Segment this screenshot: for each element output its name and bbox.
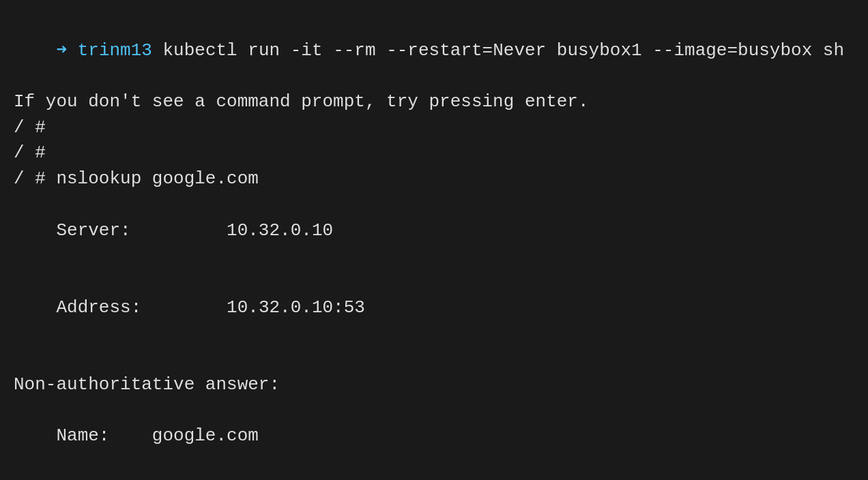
command-line: ➜ trinm13 kubectl run -it --rm --restart… [14, 12, 854, 89]
prompt-icon: ➜ [56, 40, 67, 61]
nslookup-command: / # nslookup google.com [14, 166, 854, 192]
info-line: If you don't see a command prompt, try p… [14, 89, 854, 115]
prompt-user: trinm13 [67, 40, 152, 61]
name-value-1: google.com [109, 425, 258, 446]
address-line-2: Address: 2404:6800:4005:80b::200e [14, 475, 854, 480]
non-auth-header-1: Non-authoritative answer: [14, 372, 854, 398]
prompt-command: kubectl run -it --rm --restart=Never bus… [152, 40, 844, 61]
shell-prompt-2: / # [14, 140, 854, 166]
server-line: Server: 10.32.0.10 [14, 192, 854, 269]
terminal-window[interactable]: ➜ trinm13 kubectl run -it --rm --restart… [14, 12, 854, 468]
name-line-1: Name: google.com [14, 397, 854, 475]
name-label-1: Name: [56, 425, 109, 446]
server-label: Server: [56, 220, 130, 241]
address-line-1: Address: 10.32.0.10:53 [14, 269, 854, 346]
address-label-1: Address: [56, 297, 141, 318]
server-value: 10.32.0.10 [131, 220, 333, 241]
empty-line-1 [14, 346, 854, 372]
shell-prompt-1: / # [14, 115, 854, 141]
address-value-1: 10.32.0.10:53 [141, 297, 365, 318]
